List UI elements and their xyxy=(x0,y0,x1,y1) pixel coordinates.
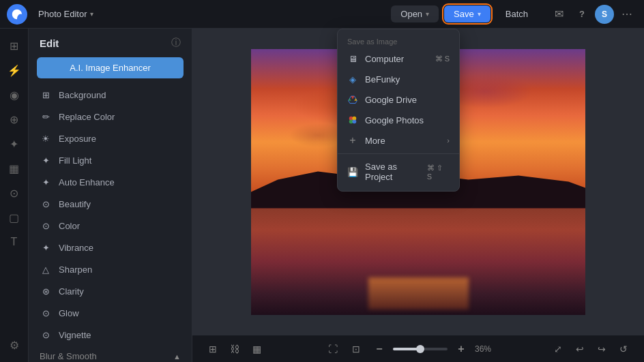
grid-icon: ▦ xyxy=(252,344,261,355)
beautify-icon: ⊙ xyxy=(40,198,52,210)
grid-button[interactable]: ▦ xyxy=(247,340,266,359)
save-button[interactable]: Save ▾ xyxy=(444,5,491,22)
sidebar-item-background[interactable]: ⊞ Background xyxy=(29,84,192,106)
crop-button[interactable]: ⊡ xyxy=(347,340,366,359)
batch-button[interactable]: Batch xyxy=(496,5,538,22)
link-icon: ⛓ xyxy=(230,344,239,355)
rail-photos-icon[interactable]: ▢ xyxy=(3,206,26,229)
dropdown-item-more[interactable]: + More › xyxy=(338,130,459,151)
redo-button[interactable]: ↪ xyxy=(592,340,611,359)
topbar: Photo Editor ▾ Open ▾ Save ▾ Batch ✉ ? S… xyxy=(0,0,644,29)
zoom-slider-container xyxy=(393,348,448,350)
save-chevron: ▾ xyxy=(478,10,481,18)
rail-effects-icon[interactable]: ✦ xyxy=(3,132,26,155)
sidebar-item-clarity[interactable]: ⊛ Clarity xyxy=(29,280,192,302)
sidebar-item-glow[interactable]: ⊙ Glow xyxy=(29,302,192,324)
sidebar: Edit ⓘ A.I. Image Enhancer ⊞ Background … xyxy=(29,29,192,362)
befunky-icon: ◈ xyxy=(347,74,358,85)
layers-bottom-icon: ⊞ xyxy=(209,344,217,355)
sidebar-item-fill-light[interactable]: ✦ Fill Light xyxy=(29,149,192,171)
more-button[interactable]: ⋯ xyxy=(617,4,637,25)
open-button[interactable]: Open ▾ xyxy=(391,5,439,22)
computer-icon: 🖥 xyxy=(347,53,358,64)
vignette-icon: ⊙ xyxy=(40,329,52,341)
google-photos-icon xyxy=(347,115,358,125)
rail-eye-icon[interactable]: ◉ xyxy=(3,83,26,106)
sidebar-item-auto-enhance[interactable]: ✦ Auto Enhance xyxy=(29,171,192,193)
zoom-slider-thumb[interactable] xyxy=(416,345,424,353)
blur-smooth-section-header[interactable]: Blur & Smooth ▲ xyxy=(29,346,192,362)
zoom-out-button[interactable]: − xyxy=(370,340,389,359)
main-layout: ⊞ ⚡ ◉ ⊕ ✦ ▦ ⊙ ▢ T ⚙ Edit ⓘ A.I. Image En… xyxy=(0,29,644,362)
app-title-label: Photo Editor xyxy=(38,9,87,19)
background-icon: ⊞ xyxy=(40,89,52,101)
refresh-icon: ↺ xyxy=(619,344,628,355)
rail-settings-icon[interactable]: ⚙ xyxy=(3,333,26,357)
save-label: Save xyxy=(454,9,474,19)
sharpen-icon: △ xyxy=(40,263,52,275)
app-logo xyxy=(7,4,27,25)
svg-point-3 xyxy=(352,119,356,123)
computer-shortcut: ⌘ S xyxy=(435,55,450,63)
message-button[interactable]: ✉ xyxy=(548,4,569,25)
zoom-out-icon: − xyxy=(376,343,382,355)
crop-icon: ⊡ xyxy=(352,344,360,355)
sidebar-item-exposure[interactable]: ☀ Exposure xyxy=(29,127,192,149)
avatar[interactable]: S xyxy=(595,5,614,24)
zoom-label: 36% xyxy=(475,344,491,354)
dropdown-item-google-photos[interactable]: Google Photos xyxy=(338,110,459,130)
rail-home-icon[interactable]: ⊞ xyxy=(3,34,26,57)
google-drive-icon xyxy=(347,94,358,105)
save-project-icon: 💾 xyxy=(347,166,358,177)
rail-layers-icon[interactable]: ⊕ xyxy=(3,108,26,131)
sidebar-item-color[interactable]: ⊙ Color xyxy=(29,215,192,237)
open-label: Open xyxy=(400,9,422,19)
app-title-button[interactable]: Photo Editor ▾ xyxy=(33,6,99,22)
fit-icon: ⛶ xyxy=(328,344,338,355)
sidebar-item-replace-color[interactable]: ✏ Replace Color xyxy=(29,106,192,127)
more-arrow-icon: › xyxy=(447,136,450,145)
help-icon: ? xyxy=(579,9,585,19)
refresh-button[interactable]: ↺ xyxy=(614,340,633,359)
layers-bottom-button[interactable]: ⊞ xyxy=(203,340,222,359)
dropdown-item-save-project[interactable]: 💾 Save as Project ⌘ ⇧ S xyxy=(338,157,459,187)
save-project-shortcut: ⌘ ⇧ S xyxy=(427,164,450,181)
sidebar-header: Edit ⓘ xyxy=(29,29,192,55)
blur-smooth-title: Blur & Smooth xyxy=(40,351,97,361)
expand-button[interactable]: ⤢ xyxy=(548,340,568,359)
open-chevron: ▾ xyxy=(426,10,429,18)
sidebar-item-sharpen[interactable]: △ Sharpen xyxy=(29,258,192,280)
link-button[interactable]: ⛓ xyxy=(225,340,244,359)
photo-water xyxy=(251,209,585,315)
message-icon: ✉ xyxy=(555,7,564,20)
rail-text-icon[interactable]: T xyxy=(3,230,26,254)
zoom-in-button[interactable]: + xyxy=(452,340,471,359)
sidebar-item-beautify[interactable]: ⊙ Beautify xyxy=(29,193,192,215)
vibrance-icon: ✦ xyxy=(40,241,52,254)
zoom-in-icon: + xyxy=(458,343,464,355)
zoom-slider[interactable] xyxy=(393,348,448,350)
rail-people-icon[interactable]: ⊙ xyxy=(3,181,26,205)
sidebar-item-vibrance[interactable]: ✦ Vibrance xyxy=(29,237,192,258)
photo-reflection xyxy=(368,277,469,310)
ai-enhancer-button[interactable]: A.I. Image Enhancer xyxy=(37,57,184,78)
color-icon: ⊙ xyxy=(40,220,52,232)
dropdown-item-google-drive[interactable]: Google Drive xyxy=(338,89,459,110)
replace-color-icon: ✏ xyxy=(40,110,52,123)
help-button[interactable]: ? xyxy=(572,4,592,25)
bottom-toolbar: ⊞ ⛓ ▦ ⛶ ⊡ − xyxy=(192,335,644,362)
rail-templates-icon[interactable]: ▦ xyxy=(3,157,26,180)
fit-button[interactable]: ⛶ xyxy=(323,340,342,359)
save-dropdown-menu: Save as Image 🖥 Computer ⌘ S ◈ BeFunky G… xyxy=(337,29,460,192)
dropdown-divider xyxy=(338,153,459,154)
dropdown-item-computer[interactable]: 🖥 Computer ⌘ S xyxy=(338,48,459,69)
rail-adjust-icon[interactable]: ⚡ xyxy=(3,59,26,82)
dropdown-item-befunky[interactable]: ◈ BeFunky xyxy=(338,69,459,89)
expand-icon: ⤢ xyxy=(554,344,562,355)
glow-icon: ⊙ xyxy=(40,307,52,319)
sidebar-title: Edit xyxy=(40,37,59,49)
text-icon: T xyxy=(11,236,18,248)
sidebar-item-vignette[interactable]: ⊙ Vignette xyxy=(29,324,192,346)
undo-button[interactable]: ↩ xyxy=(570,340,589,359)
info-icon[interactable]: ⓘ xyxy=(171,37,181,49)
